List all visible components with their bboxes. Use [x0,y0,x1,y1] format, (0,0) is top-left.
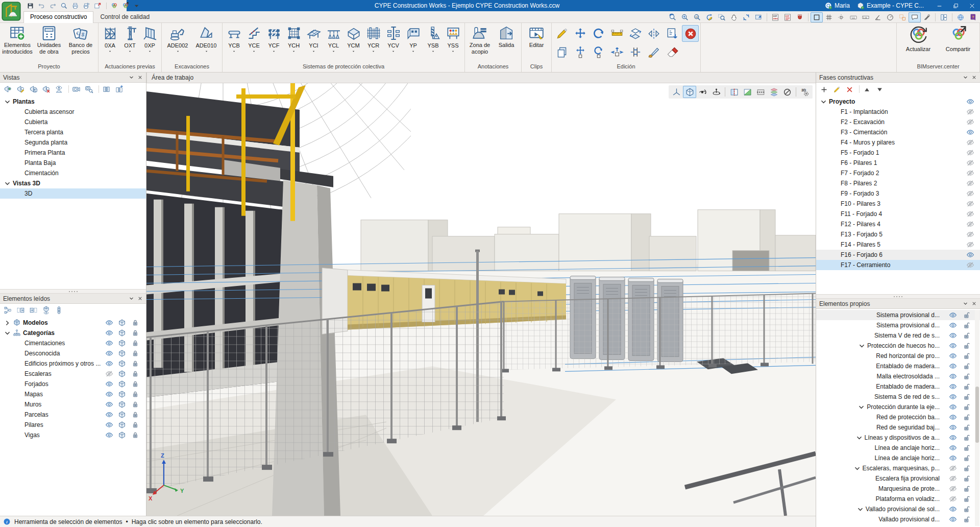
lock-open-icon[interactable] [963,331,971,340]
view-tree-row[interactable]: Plantas [0,97,146,107]
view-toolbar-button[interactable]: x2 [691,12,703,22]
visibility-eye-icon[interactable] [105,380,113,388]
edit-tool-button[interactable] [664,43,680,60]
visibility-eye-icon[interactable] [105,370,113,378]
visibility-eye-icon[interactable] [966,169,974,177]
lock-open-icon[interactable] [963,311,971,319]
lock-open-icon[interactable] [963,362,971,370]
vistas-toolbar-button[interactable] [84,84,94,94]
view-toolbar-button[interactable] [872,12,884,22]
quick-access-button[interactable] [26,2,35,10]
visibility-eye-icon[interactable] [105,390,113,398]
model-category-row[interactable]: Mapas [0,389,146,399]
chevron-icon[interactable] [856,506,864,513]
visibility-eye-icon[interactable] [966,220,974,228]
scrollbar[interactable] [975,310,979,526]
ribbon-button[interactable]: YCI [304,23,324,63]
quick-access-button[interactable] [93,2,103,10]
quick-access-button[interactable] [109,2,119,10]
visibility-eye-icon[interactable] [949,423,957,432]
app-logo-icon[interactable] [2,2,21,21]
3d-cube-icon[interactable] [118,411,126,419]
leidos-toolbar-button[interactable] [3,305,13,315]
fases-toolbar-button[interactable] [862,84,872,94]
ribbon-button[interactable]: YCV [383,23,403,63]
lock-open-icon[interactable] [963,342,971,350]
own-element-row[interactable]: Vallado provisional de sol... [816,504,980,514]
visibility-eye-icon[interactable] [949,352,957,360]
leidos-toolbar-button[interactable] [28,305,39,315]
3d-cube-icon[interactable] [118,421,126,429]
phase-row[interactable]: F1 - Implantación [816,107,980,117]
lock-icon[interactable] [131,411,139,419]
leidos-toolbar-button[interactable] [15,305,26,315]
visibility-eye-icon[interactable] [949,393,957,401]
view-toolbar-button[interactable] [811,12,823,22]
edit-tool-button[interactable] [645,25,662,42]
lock-open-icon[interactable] [963,495,971,503]
view-toolbar-button[interactable] [909,12,921,22]
leidos-toolbar-button[interactable] [54,305,64,315]
chevron-icon[interactable] [4,319,11,327]
visibility-eye-icon[interactable] [966,241,974,249]
view-toolbar-button[interactable]: DXFDWG [769,12,781,22]
ribbon-tab[interactable]: Control de calidad [93,11,156,23]
close-panel-button[interactable] [970,300,978,308]
view-toolbar-button[interactable] [896,12,909,22]
view-toolbar-button[interactable]: 1.00 [860,12,872,22]
own-element-row[interactable]: Escaleras, marquesinas, p... [816,463,980,473]
visibility-eye-icon[interactable] [966,210,974,218]
visibility-eye-icon[interactable] [966,251,974,259]
viewport-tool-button[interactable] [683,86,696,98]
ribbon-tab[interactable]: Proceso constructivo [23,11,93,23]
view-toolbar-button[interactable] [823,12,835,22]
visibility-eye-icon[interactable] [949,495,957,503]
lock-open-icon[interactable] [963,444,971,452]
3d-cube-icon[interactable] [118,360,126,368]
lock-open-icon[interactable] [963,485,971,493]
view-toolbar-button[interactable] [954,12,967,22]
visibility-eye-icon[interactable] [105,329,113,337]
own-element-row[interactable]: Sistema V de red de s... [816,330,980,341]
viewport-tool-button[interactable] [780,86,794,98]
visibility-eye-icon[interactable] [949,444,957,452]
lock-icon[interactable] [131,339,139,347]
close-panel-button[interactable] [136,295,144,303]
model-category-row[interactable]: Desconocida [0,348,146,358]
own-element-row[interactable]: Línea de anclaje horiz... [816,443,980,453]
3d-cube-icon[interactable] [118,319,126,327]
visibility-eye-icon[interactable] [966,128,974,136]
own-element-row[interactable]: Red horizontal de pro... [816,351,980,361]
visibility-eye-icon[interactable] [105,339,113,347]
visibility-eye-icon[interactable] [949,413,957,421]
phase-row[interactable]: F9 - Forjado 3 [816,188,980,199]
lock-open-icon[interactable] [963,321,971,329]
ribbon-button[interactable]: Salida [493,23,520,63]
vistas-toolbar-button[interactable] [3,84,13,94]
ribbon-button[interactable]: Actualizar [898,23,938,63]
own-element-row[interactable]: Protección durante la eje... [816,402,980,412]
lock-open-icon[interactable] [963,382,971,391]
view-toolbar-button[interactable] [835,12,847,22]
visibility-eye-icon[interactable] [966,189,974,198]
view-toolbar-button[interactable] [716,12,728,22]
viewport-tool-button[interactable] [754,86,767,98]
visibility-eye-icon[interactable] [966,118,974,126]
edit-tool-button[interactable] [590,25,607,42]
close-button[interactable] [964,0,980,11]
phase-row[interactable]: Proyecto [816,97,980,107]
3d-cube-icon[interactable] [118,390,126,398]
view-tree-row[interactable]: Cubierta [0,117,146,127]
leidos-toolbar-button[interactable] [41,305,52,315]
bimserver-user[interactable]: Maria [825,2,850,10]
own-element-row[interactable]: Red de protección ba... [816,412,980,422]
view-tree-row[interactable]: Segunda planta [0,137,146,148]
lock-open-icon[interactable] [963,434,971,442]
edit-tool-button[interactable] [627,43,644,60]
own-element-row[interactable]: Malla electrosoldada ... [816,371,980,381]
edit-tool-button[interactable] [572,43,589,60]
quick-access-button[interactable] [82,2,91,10]
vistas-toolbar-button[interactable] [71,84,82,94]
view-tree-row[interactable]: Planta Baja [0,158,146,168]
3d-cube-icon[interactable] [118,329,126,337]
